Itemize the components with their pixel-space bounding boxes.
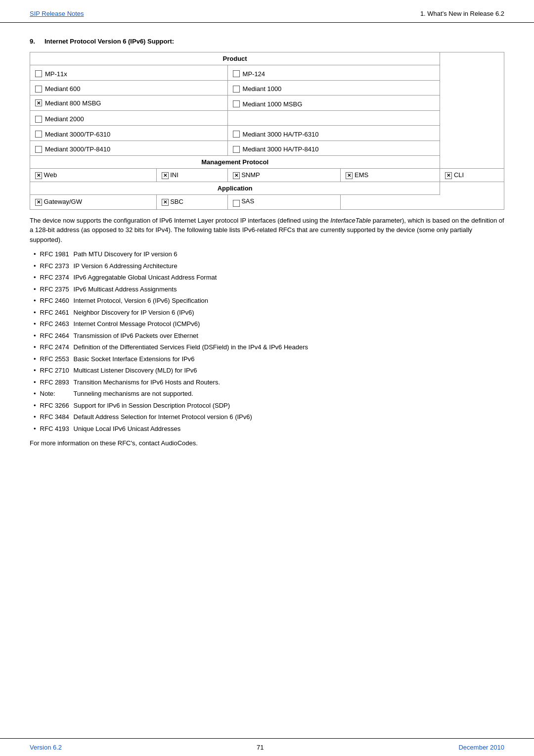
checkbox-right <box>233 70 240 77</box>
list-item: RFC 2373 IP Version 6 Addressing Archite… <box>30 261 504 271</box>
list-item: RFC 2460 Internet Protocol, Version 6 (I… <box>30 296 504 306</box>
page-footer: Version 6.2 71 December 2010 <box>0 738 534 756</box>
app-checkbox <box>162 199 169 206</box>
product-cell-left: Mediant 600 <box>30 80 228 95</box>
product-cell-left: Mediant 800 MSBG <box>30 95 228 111</box>
section-heading: 9. Internet Protocol Version 6 (IPv6) Su… <box>30 38 504 45</box>
section-number: 9. <box>30 38 40 45</box>
list-item: RFC 2375 IPv6 Multicast Address Assignme… <box>30 284 504 294</box>
page-content: 9. Internet Protocol Version 6 (IPv6) Su… <box>0 28 534 493</box>
sip-release-notes-link[interactable]: SIP Release Notes <box>30 10 84 17</box>
table-row: Mediant 2000 <box>30 110 504 126</box>
mgmt-checkbox <box>162 172 169 179</box>
product-cell-right <box>227 110 440 126</box>
product-header: Product <box>30 52 440 65</box>
rfc-description: IPv6 Aggregatable Global Unicast Address… <box>74 273 217 283</box>
mgmt-cell: Web <box>30 169 157 182</box>
rfc-description: Path MTU Discovery for IP version 6 <box>74 249 178 259</box>
mgmt-checkbox <box>346 172 353 179</box>
list-item: RFC 3484 Default Address Selection for I… <box>30 412 504 422</box>
rfc-number: RFC 2553 <box>40 354 70 364</box>
rfc-description: Tunneling mechanisms are not supported. <box>74 389 193 399</box>
checkbox-right <box>233 131 240 138</box>
product-cell-left: Mediant 3000/TP-8410 <box>30 141 228 156</box>
checkbox-left <box>35 146 42 153</box>
mgmt-cell: EMS <box>341 169 440 182</box>
list-item: RFC 2474 Definition of the Differentiate… <box>30 342 504 352</box>
checkbox-left <box>35 99 42 106</box>
checkbox-left <box>35 86 42 93</box>
rfc-number: RFC 2463 <box>40 319 70 329</box>
rfc-number: RFC 2461 <box>40 308 70 318</box>
product-cell-left: MP-11x <box>30 65 228 81</box>
rfc-description: IPv6 Multicast Address Assignments <box>74 284 177 294</box>
app-cell: SBC <box>156 194 227 209</box>
product-cell-right: Mediant 3000 HA/TP-6310 <box>227 126 440 141</box>
table-row: Mediant 800 MSBG Mediant 1000 MSBG <box>30 95 504 111</box>
list-item: RFC 2463 Internet Control Message Protoc… <box>30 319 504 329</box>
product-cell-right: MP-124 <box>227 65 440 81</box>
rfc-description: Default Address Selection for Internet P… <box>74 412 252 422</box>
rfc-description: Unique Local IPv6 Unicast Addresses <box>74 424 181 434</box>
product-cell-right: Mediant 3000 HA/TP-8410 <box>227 141 440 156</box>
body-paragraph: The device now supports the configuratio… <box>30 216 504 245</box>
list-item: Note: Tunneling mechanisms are not suppo… <box>30 389 504 399</box>
rfc-description: Neighbor Discovery for IP Version 6 (IPv… <box>74 308 194 318</box>
checkbox-right <box>233 86 240 93</box>
checkbox-right <box>233 146 240 153</box>
rfc-number: RFC 2460 <box>40 296 70 306</box>
footer-date: December 2010 <box>458 744 504 751</box>
mgmt-checkbox <box>35 172 42 179</box>
rfc-description: Basic Socket Interface Extensions for IP… <box>74 354 195 364</box>
rfc-number: RFC 2464 <box>40 331 70 341</box>
list-item: RFC 3266 Support for IPv6 in Session Des… <box>30 401 504 411</box>
checkbox-right <box>233 100 240 107</box>
bullet-list: RFC 1981 Path MTU Discovery for IP versi… <box>30 249 504 433</box>
italic-text: InterfaceTable <box>330 217 371 224</box>
list-item: RFC 2553 Basic Socket Interface Extensio… <box>30 354 504 364</box>
app-cell: Gateway/GW <box>30 194 157 209</box>
footer-page-number: 71 <box>257 744 264 751</box>
list-item: RFC 2710 Multicast Listener Discovery (M… <box>30 366 504 376</box>
product-cell-right: Mediant 1000 MSBG <box>227 95 440 111</box>
checkbox-left <box>35 70 42 77</box>
mgmt-cell: CLI <box>440 169 504 182</box>
list-item: RFC 2464 Transmission of IPv6 Packets ov… <box>30 331 504 341</box>
rfc-number: RFC 2474 <box>40 342 70 352</box>
rfc-number: RFC 4193 <box>40 424 70 434</box>
rfc-description: Multicast Listener Discovery (MLD) for I… <box>74 366 197 376</box>
management-header: Management Protocol <box>30 156 440 169</box>
rfc-description: Support for IPv6 in Session Description … <box>74 401 230 411</box>
rfc-description: Internet Control Message Protocol (ICMPv… <box>74 319 200 329</box>
product-table: Product MP-11x MP-124 Mediant 600 Median… <box>30 52 504 210</box>
mgmt-cell: INI <box>156 169 227 182</box>
product-cell-right: Mediant 1000 <box>227 80 440 95</box>
product-cell-left: Mediant 2000 <box>30 110 228 126</box>
rfc-number: RFC 3266 <box>40 401 70 411</box>
list-item: RFC 4193 Unique Local IPv6 Unicast Addre… <box>30 424 504 434</box>
checkbox-left <box>35 131 42 138</box>
rfc-number: RFC 2374 <box>40 273 70 283</box>
app-cell: SAS <box>227 194 341 209</box>
header-left[interactable]: SIP Release Notes <box>30 10 84 17</box>
rfc-number: RFC 1981 <box>40 249 70 259</box>
rfc-number: Note: <box>40 389 70 399</box>
mgmt-cell: SNMP <box>227 169 341 182</box>
table-row: Mediant 600 Mediant 1000 <box>30 80 504 95</box>
footer-version: Version 6.2 <box>30 744 62 751</box>
rfc-description: Transition Mechanisms for IPv6 Hosts and… <box>74 378 220 387</box>
rfc-number: RFC 3484 <box>40 412 70 422</box>
list-item: RFC 2461 Neighbor Discovery for IP Versi… <box>30 308 504 318</box>
footer-note: For more information on these RFC's, con… <box>30 438 504 448</box>
rfc-description: Transmission of IPv6 Packets over Ethern… <box>74 331 198 341</box>
table-row: MP-11x MP-124 <box>30 65 504 81</box>
section-title: Internet Protocol Version 6 (IPv6) Suppo… <box>44 38 174 45</box>
list-item: RFC 1981 Path MTU Discovery for IP versi… <box>30 249 504 259</box>
app-checkbox <box>35 199 42 206</box>
rfc-description: Definition of the Differentiated Service… <box>74 342 308 352</box>
page-header: SIP Release Notes 1. What's New in Relea… <box>0 0 534 23</box>
list-item: RFC 2893 Transition Mechanisms for IPv6 … <box>30 378 504 387</box>
application-header: Application <box>30 182 440 194</box>
checkbox-left <box>35 116 42 123</box>
product-cell-left: Mediant 3000/TP-6310 <box>30 126 228 141</box>
